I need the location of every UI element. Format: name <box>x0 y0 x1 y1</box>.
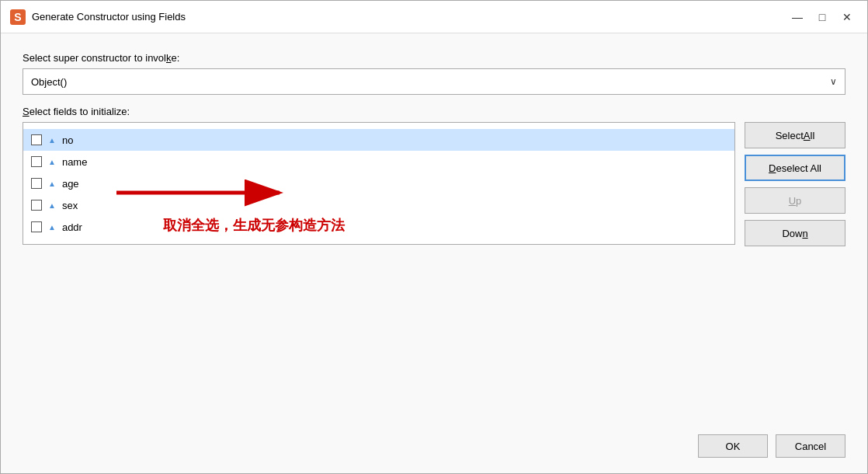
fields-row: ▲ no ▲ name ▲ age <box>23 122 845 416</box>
list-item[interactable]: ▲ sex <box>23 194 734 216</box>
list-item[interactable]: ▲ age <box>23 173 734 194</box>
bottom-row: OK Cancel <box>23 427 845 458</box>
field-name-sex: sex <box>62 200 78 211</box>
title-bar-left: S Generate Constructor using Fields <box>10 9 186 25</box>
action-buttons: Select All Deselect All Up Down <box>745 122 845 416</box>
svg-text:S: S <box>14 11 21 23</box>
sort-icon-no: ▲ <box>48 136 56 145</box>
fields-list-wrapper: ▲ no ▲ name ▲ age <box>23 122 735 416</box>
field-name-age: age <box>62 178 79 190</box>
down-button[interactable]: Down <box>745 220 845 246</box>
sort-icon-sex: ▲ <box>48 201 56 210</box>
deselect-all-button[interactable]: Deselect All <box>745 155 845 181</box>
fields-label: Select fields to initialize: <box>23 106 845 117</box>
app-icon: S <box>10 9 26 25</box>
super-constructor-section: Select super constructor to involke: Obj… <box>23 52 845 95</box>
up-button[interactable]: Up <box>745 187 845 214</box>
main-content: Select super constructor to involke: Obj… <box>1 33 867 473</box>
window-controls: — □ ✕ <box>786 9 858 26</box>
ok-button[interactable]: OK <box>698 434 768 458</box>
field-checkbox-age[interactable] <box>31 178 42 189</box>
sort-icon-name: ▲ <box>48 158 56 166</box>
window-title: Generate Constructor using Fields <box>32 11 186 23</box>
super-constructor-dropdown[interactable]: Object() ∨ <box>23 68 845 95</box>
title-bar: S Generate Constructor using Fields — □ … <box>1 1 867 33</box>
field-name-name: name <box>62 156 88 168</box>
select-all-button[interactable]: Select All <box>745 122 845 148</box>
fields-list[interactable]: ▲ no ▲ name ▲ age <box>23 122 735 245</box>
list-item[interactable]: ▲ name <box>23 151 734 173</box>
main-window: S Generate Constructor using Fields — □ … <box>0 0 868 474</box>
cancel-button[interactable]: Cancel <box>776 434 845 458</box>
chevron-down-icon: ∨ <box>830 76 837 87</box>
list-item[interactable]: ▲ no <box>23 129 734 151</box>
sort-icon-age: ▲ <box>48 179 56 188</box>
field-checkbox-addr[interactable] <box>31 221 42 232</box>
close-button[interactable]: ✕ <box>836 9 858 26</box>
field-checkbox-no[interactable] <box>31 134 42 145</box>
maximize-button[interactable]: □ <box>811 9 833 26</box>
field-name-no: no <box>62 134 73 146</box>
list-item[interactable]: ▲ addr <box>23 216 734 238</box>
dropdown-value: Object() <box>31 76 67 88</box>
field-checkbox-sex[interactable] <box>31 200 42 211</box>
super-constructor-label: Select super constructor to involke: <box>23 52 845 64</box>
minimize-button[interactable]: — <box>786 9 808 26</box>
fields-section: Select fields to initialize: ▲ no <box>23 106 845 416</box>
field-checkbox-name[interactable] <box>31 156 42 167</box>
field-name-addr: addr <box>62 221 82 233</box>
sort-icon-addr: ▲ <box>48 223 56 232</box>
